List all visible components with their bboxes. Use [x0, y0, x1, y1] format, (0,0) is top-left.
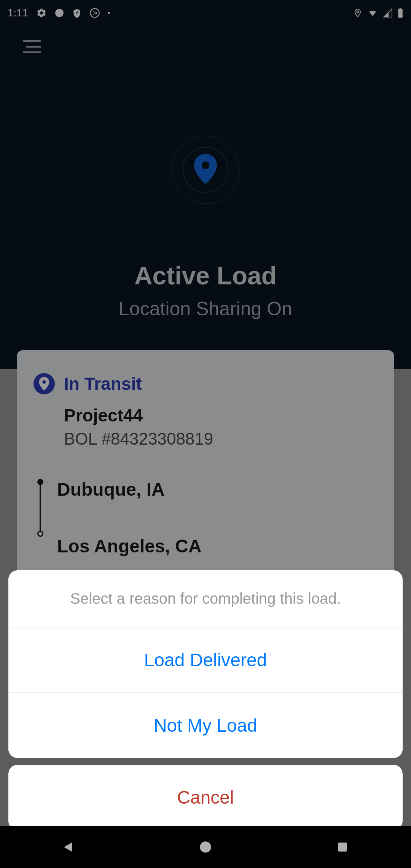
svg-rect-7: [338, 842, 347, 851]
nav-back-button[interactable]: [49, 836, 88, 858]
nav-home-button[interactable]: [186, 836, 225, 858]
nav-recent-button[interactable]: [323, 836, 362, 858]
action-sheet: Select a reason for completing this load…: [8, 570, 403, 830]
sheet-title: Select a reason for completing this load…: [8, 570, 403, 627]
nav-bar: [0, 826, 411, 868]
svg-point-6: [200, 841, 211, 852]
not-my-load-option[interactable]: Not My Load: [8, 693, 403, 758]
load-delivered-option[interactable]: Load Delivered: [8, 627, 403, 693]
sheet-main: Select a reason for completing this load…: [8, 570, 403, 758]
cancel-button[interactable]: Cancel: [8, 765, 403, 830]
